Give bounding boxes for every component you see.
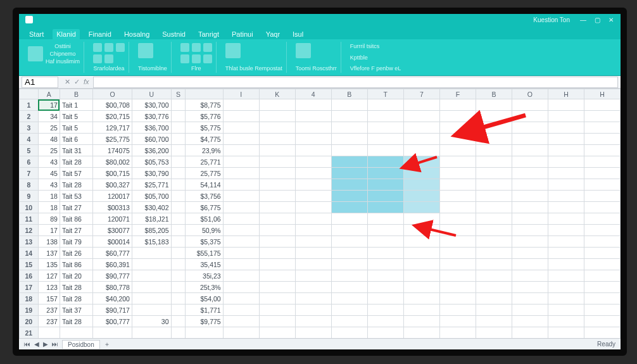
cell[interactable] (439, 202, 476, 213)
row-header[interactable]: 11 (20, 213, 39, 225)
cell[interactable]: $00014 (93, 236, 132, 248)
cell[interactable] (132, 304, 171, 316)
cell[interactable] (38, 327, 60, 339)
cell[interactable] (476, 191, 512, 202)
cell[interactable] (259, 99, 295, 111)
cell[interactable] (548, 145, 584, 156)
row-header[interactable]: 16 (20, 270, 39, 282)
cell[interactable]: Tait 28 (60, 179, 92, 191)
cell[interactable] (223, 236, 259, 248)
cell[interactable]: Tait 28 (60, 282, 92, 293)
cell[interactable] (331, 122, 367, 134)
underline-icon[interactable] (116, 43, 125, 52)
cell[interactable]: 17 (38, 99, 60, 111)
cell[interactable]: $60,777 (93, 248, 132, 259)
cell[interactable] (171, 248, 186, 259)
cell[interactable] (512, 316, 548, 327)
cell[interactable] (584, 259, 620, 270)
cell[interactable]: $30,790 (132, 168, 171, 179)
cell[interactable]: $00,708 (93, 99, 132, 111)
cell[interactable]: 138 (38, 236, 60, 248)
cell[interactable] (548, 134, 584, 145)
cell[interactable] (259, 248, 295, 259)
cell[interactable] (331, 156, 367, 168)
cell[interactable] (584, 248, 620, 259)
cell[interactable] (223, 304, 259, 316)
cell[interactable] (403, 236, 439, 248)
cell[interactable]: $54,00 (186, 293, 223, 304)
cell[interactable] (171, 259, 186, 270)
cell[interactable] (403, 213, 439, 225)
cell[interactable] (259, 111, 295, 122)
cell[interactable] (223, 134, 259, 145)
cell[interactable]: 45 (38, 168, 60, 179)
wrap-icon[interactable] (180, 54, 189, 63)
cell[interactable]: 54,114 (186, 179, 223, 191)
cell[interactable] (584, 191, 620, 202)
cell[interactable] (476, 304, 512, 316)
cell[interactable]: 174075 (93, 145, 132, 156)
cell[interactable] (548, 316, 584, 327)
cell[interactable]: Tait 28 (60, 156, 92, 168)
cell[interactable] (367, 213, 403, 225)
row-header[interactable]: 6 (20, 156, 39, 168)
cell[interactable] (403, 293, 439, 304)
cell[interactable] (476, 270, 512, 282)
cell[interactable] (403, 191, 439, 202)
cell[interactable]: $00,327 (93, 179, 132, 191)
cell[interactable] (584, 213, 620, 225)
cell[interactable] (548, 327, 584, 339)
italic-icon[interactable] (104, 43, 113, 52)
cell[interactable]: $25,775 (93, 134, 132, 145)
cell[interactable]: 123 (38, 282, 60, 293)
cell[interactable] (367, 282, 403, 293)
cell[interactable]: $4,775 (186, 134, 223, 145)
cell[interactable]: $36,200 (132, 145, 171, 156)
cell[interactable] (331, 191, 367, 202)
cell[interactable]: 25t,3% (186, 282, 223, 293)
cell[interactable] (548, 202, 584, 213)
cell[interactable] (295, 316, 331, 327)
cell[interactable]: 48 (38, 134, 60, 145)
cell[interactable] (584, 293, 620, 304)
cell[interactable] (548, 270, 584, 282)
cell[interactable] (171, 111, 186, 122)
cell[interactable] (223, 191, 259, 202)
cell[interactable] (548, 282, 584, 293)
cell[interactable] (132, 282, 171, 293)
tab-sustnid[interactable]: Sustnid (158, 29, 189, 39)
cell[interactable] (439, 304, 476, 316)
fillcolor-icon[interactable] (104, 54, 113, 63)
cell[interactable] (512, 145, 548, 156)
cell[interactable] (295, 179, 331, 191)
cell[interactable] (439, 225, 476, 236)
column-header[interactable]: 7 (403, 89, 439, 99)
cell[interactable]: Tait 28 (60, 293, 92, 304)
cell[interactable] (439, 213, 476, 225)
cell[interactable] (331, 168, 367, 179)
cell[interactable] (476, 248, 512, 259)
cell[interactable] (295, 156, 331, 168)
cell[interactable]: 34 (38, 111, 60, 122)
cell[interactable] (295, 213, 331, 225)
cell[interactable] (259, 225, 295, 236)
cell[interactable]: $18,J21 (132, 213, 171, 225)
cell[interactable] (331, 179, 367, 191)
cell[interactable] (584, 145, 620, 156)
cell[interactable] (548, 111, 584, 122)
cell[interactable] (584, 282, 620, 293)
cell[interactable] (331, 270, 367, 282)
cell[interactable] (403, 122, 439, 134)
sheet-nav-first-icon[interactable]: ⏮ (24, 341, 30, 348)
cell[interactable] (367, 145, 403, 156)
cell[interactable] (367, 327, 403, 339)
cell[interactable]: $85,205 (132, 225, 171, 236)
cell[interactable] (403, 304, 439, 316)
cell[interactable] (259, 202, 295, 213)
sheet-nav-prev-icon[interactable]: ◀ (34, 341, 39, 348)
cell[interactable]: 157 (38, 293, 60, 304)
paste-icon[interactable] (28, 46, 43, 61)
cell[interactable] (512, 270, 548, 282)
cell[interactable]: $60,700 (132, 134, 171, 145)
cell[interactable] (367, 99, 403, 111)
